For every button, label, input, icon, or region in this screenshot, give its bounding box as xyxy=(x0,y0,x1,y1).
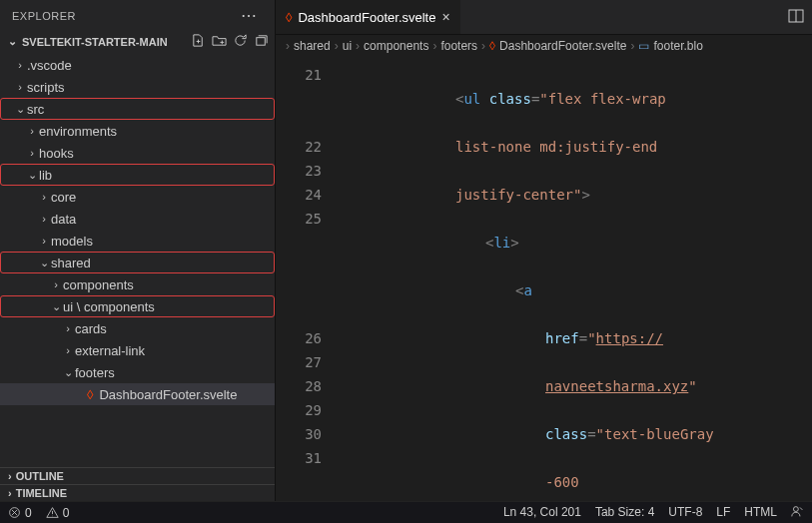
chevron-right-icon: › xyxy=(37,235,51,247)
tree-item-label: core xyxy=(51,190,76,205)
breadcrumb-item[interactable]: shared xyxy=(294,39,331,53)
status-encoding[interactable]: UTF-8 xyxy=(668,505,702,521)
line-number: 29 xyxy=(276,398,322,422)
tree-item-label: environments xyxy=(39,124,117,139)
svelte-file-icon: ◊ xyxy=(489,39,495,53)
tree-folder[interactable]: ›models xyxy=(0,230,275,252)
tree-item-label: footers xyxy=(75,365,115,380)
line-number: 26 xyxy=(276,326,322,350)
breadcrumb-item[interactable]: components xyxy=(364,39,428,53)
svg-point-3 xyxy=(793,506,798,511)
chevron-down-icon: ⌄ xyxy=(37,257,51,269)
line-number: 25 xyxy=(276,207,322,231)
chevron-down-icon: ⌄ xyxy=(25,169,39,182)
editor-area: ◊ DashboardFooter.svelte × ›shared›ui›co… xyxy=(276,0,812,501)
tree-item-label: components xyxy=(63,277,134,292)
line-number: 24 xyxy=(276,183,322,207)
tree-folder[interactable]: ⌄lib xyxy=(0,164,275,186)
tree-item-label: models xyxy=(51,234,93,249)
tree-item-label: src xyxy=(27,102,44,117)
tree-item-label: DashboardFooter.svelte xyxy=(99,387,237,402)
status-bar: 0 0 Ln 43, Col 201 Tab Size: 4 UTF-8 LF … xyxy=(0,501,812,523)
editor-tab-active[interactable]: ◊ DashboardFooter.svelte × xyxy=(276,0,460,34)
tree-item-label: external-link xyxy=(75,343,145,358)
explorer-more-icon[interactable]: ⋯ xyxy=(235,6,264,25)
tree-folder[interactable]: ›.vscode xyxy=(0,54,275,76)
symbol-icon: ▭ xyxy=(638,39,649,53)
breadcrumb-item[interactable]: ◊DashboardFooter.svelte xyxy=(489,39,626,53)
tree-item-label: shared xyxy=(51,256,91,270)
tree-folder[interactable]: ›external-link xyxy=(0,339,275,361)
chevron-right-icon: › xyxy=(25,147,39,159)
explorer-title: EXPLORER xyxy=(12,10,76,22)
editor-tabs: ◊ DashboardFooter.svelte × xyxy=(276,0,812,35)
tree-folder[interactable]: ⌄ui \ components xyxy=(0,295,275,317)
tree-item-label: ui \ components xyxy=(63,299,155,314)
tree-folder[interactable]: ›cards xyxy=(0,317,275,339)
status-language[interactable]: HTML xyxy=(744,505,777,521)
svelte-file-icon: ◊ xyxy=(87,387,93,402)
tree-item-label: hooks xyxy=(39,146,74,161)
code-body[interactable]: <ul class="flex flex-wrap list-none md:j… xyxy=(336,57,812,501)
chevron-right-icon: › xyxy=(37,213,51,225)
line-number: 28 xyxy=(276,374,322,398)
tree-folder[interactable]: ›core xyxy=(0,186,275,208)
tree-folder[interactable]: ›components xyxy=(0,273,275,295)
tree-folder[interactable]: ›data xyxy=(0,208,275,230)
svelte-file-icon: ◊ xyxy=(286,10,292,25)
chevron-right-icon: › xyxy=(37,191,51,203)
line-number: 22 xyxy=(276,135,322,159)
line-number: 30 xyxy=(276,422,322,446)
tree-item-label: scripts xyxy=(27,80,65,95)
refresh-icon[interactable] xyxy=(233,33,248,50)
explorer-section-header[interactable]: ⌄ SVELTEKIT-STARTER-MAIN xyxy=(0,31,275,52)
breadcrumb-item[interactable]: ▭footer.blo xyxy=(638,39,702,53)
line-number: 31 xyxy=(276,446,322,470)
collapse-all-icon[interactable] xyxy=(254,33,269,50)
tree-item-label: lib xyxy=(39,168,52,183)
svg-rect-0 xyxy=(257,38,265,46)
chevron-right-icon: › xyxy=(25,125,39,137)
chevron-down-icon: ⌄ xyxy=(6,35,18,48)
chevron-right-icon: › xyxy=(13,59,27,71)
tree-item-label: cards xyxy=(75,321,107,336)
chevron-right-icon: › xyxy=(61,322,75,334)
line-number: 27 xyxy=(276,350,322,374)
line-number: 21 xyxy=(276,63,322,135)
tree-folder[interactable]: ⌄footers xyxy=(0,361,275,383)
status-warnings[interactable]: 0 xyxy=(46,506,70,520)
tree-folder[interactable]: ›scripts xyxy=(0,76,275,98)
tree-item-label: .vscode xyxy=(27,58,72,73)
status-errors[interactable]: 0 xyxy=(8,506,32,520)
tab-label: DashboardFooter.svelte xyxy=(298,10,435,25)
tree-item-label: data xyxy=(51,212,76,227)
line-number: 23 xyxy=(276,159,322,183)
file-tree: ›.vscode›scripts⌄src›environments›hooks⌄… xyxy=(0,52,275,467)
chevron-right-icon: › xyxy=(13,81,27,93)
new-file-icon[interactable] xyxy=(191,33,206,50)
chevron-right-icon: › xyxy=(61,344,75,356)
tree-folder[interactable]: ⌄shared xyxy=(0,252,275,273)
project-name: SVELTEKIT-STARTER-MAIN xyxy=(22,36,168,48)
breadcrumb-item[interactable]: ui xyxy=(343,39,352,53)
chevron-down-icon: ⌄ xyxy=(13,103,27,116)
tree-file[interactable]: ◊DashboardFooter.svelte xyxy=(0,383,275,405)
status-feedback-icon[interactable] xyxy=(791,505,804,521)
tree-folder[interactable]: ⌄src xyxy=(0,98,275,120)
line-gutter: 2122232425 262728293031 xyxy=(276,57,336,501)
outline-section[interactable]: ›OUTLINE xyxy=(0,467,275,484)
code-editor[interactable]: 2122232425 262728293031 <ul class="flex … xyxy=(276,57,812,501)
breadcrumb-item[interactable]: footers xyxy=(440,39,477,53)
new-folder-icon[interactable] xyxy=(212,33,227,50)
status-cursor-pos[interactable]: Ln 43, Col 201 xyxy=(503,505,581,521)
tree-folder[interactable]: ›environments xyxy=(0,120,275,142)
tab-close-icon[interactable]: × xyxy=(441,9,449,25)
status-tab-size[interactable]: Tab Size: 4 xyxy=(595,505,654,521)
breadcrumb[interactable]: ›shared›ui›components›footers›◊Dashboard… xyxy=(276,35,812,57)
tree-folder[interactable]: ›hooks xyxy=(0,142,275,164)
split-editor-icon[interactable] xyxy=(788,8,804,27)
timeline-section[interactable]: ›TIMELINE xyxy=(0,484,275,501)
explorer-sidebar: EXPLORER ⋯ ⌄ SVELTEKIT-STARTER-MAIN ›.vs… xyxy=(0,0,276,501)
status-eol[interactable]: LF xyxy=(716,505,730,521)
chevron-right-icon: › xyxy=(49,278,63,290)
